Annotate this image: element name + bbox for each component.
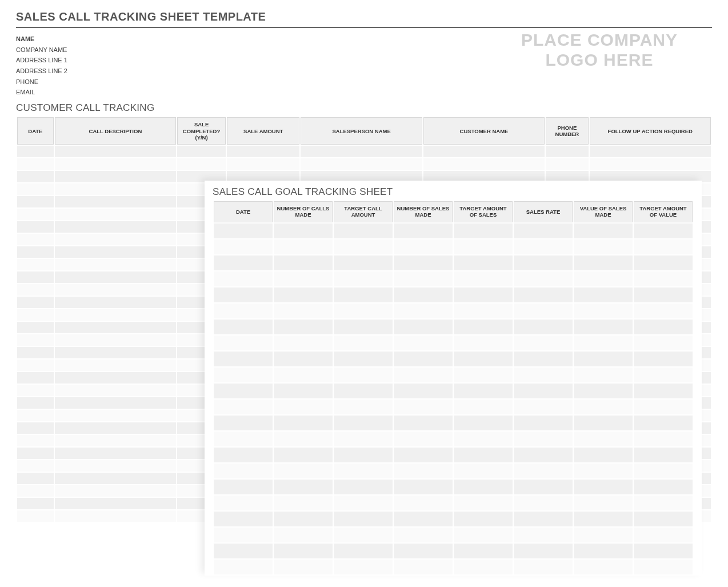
table-cell[interactable] xyxy=(334,352,393,366)
table-cell[interactable] xyxy=(301,146,422,157)
table-cell[interactable] xyxy=(17,297,54,308)
table-cell[interactable] xyxy=(55,372,176,384)
table-cell[interactable] xyxy=(454,464,513,478)
table-cell[interactable] xyxy=(634,271,693,286)
table-cell[interactable] xyxy=(214,544,273,558)
table-cell[interactable] xyxy=(55,485,176,497)
table-cell[interactable] xyxy=(634,544,693,558)
table-cell[interactable] xyxy=(274,512,333,526)
table-cell[interactable] xyxy=(574,512,633,526)
table-cell[interactable] xyxy=(634,336,693,350)
table-cell[interactable] xyxy=(17,158,54,170)
table-cell[interactable] xyxy=(514,544,573,558)
table-cell[interactable] xyxy=(17,422,54,434)
table-cell[interactable] xyxy=(574,480,633,494)
table-cell[interactable] xyxy=(55,473,176,484)
table-cell[interactable] xyxy=(274,352,333,366)
table-cell[interactable] xyxy=(274,223,333,238)
table-cell[interactable] xyxy=(394,480,453,494)
table-cell[interactable] xyxy=(17,209,54,220)
table-cell[interactable] xyxy=(55,347,176,358)
table-cell[interactable] xyxy=(17,246,54,258)
table-cell[interactable] xyxy=(634,480,693,494)
table-cell[interactable] xyxy=(574,432,633,446)
table-cell[interactable] xyxy=(454,416,513,430)
table-cell[interactable] xyxy=(514,384,573,398)
table-cell[interactable] xyxy=(334,239,393,254)
table-cell[interactable] xyxy=(55,397,176,409)
table-cell[interactable] xyxy=(274,464,333,478)
table-cell[interactable] xyxy=(214,496,273,510)
table-cell[interactable] xyxy=(334,400,393,414)
table-cell[interactable] xyxy=(634,400,693,414)
table-cell[interactable] xyxy=(55,435,176,446)
table-cell[interactable] xyxy=(546,146,588,157)
table-cell[interactable] xyxy=(17,334,54,346)
table-cell[interactable] xyxy=(214,432,273,446)
table-cell[interactable] xyxy=(17,460,54,472)
table-cell[interactable] xyxy=(55,334,176,346)
table-cell[interactable] xyxy=(55,209,176,220)
table-cell[interactable] xyxy=(454,480,513,494)
table-cell[interactable] xyxy=(334,287,393,302)
table-cell[interactable] xyxy=(574,239,633,254)
table-cell[interactable] xyxy=(514,464,573,478)
table-cell[interactable] xyxy=(634,287,693,302)
table-cell[interactable] xyxy=(454,384,513,398)
table-cell[interactable] xyxy=(274,496,333,510)
table-cell[interactable] xyxy=(394,528,453,542)
table-cell[interactable] xyxy=(334,496,393,510)
table-cell[interactable] xyxy=(214,336,273,350)
table-cell[interactable] xyxy=(55,259,176,270)
table-cell[interactable] xyxy=(214,223,273,238)
table-cell[interactable] xyxy=(394,239,453,254)
table-cell[interactable] xyxy=(334,432,393,446)
table-cell[interactable] xyxy=(55,410,176,421)
table-cell[interactable] xyxy=(334,448,393,462)
table-cell[interactable] xyxy=(17,397,54,409)
table-cell[interactable] xyxy=(214,464,273,478)
table-cell[interactable] xyxy=(17,171,54,182)
table-cell[interactable] xyxy=(55,271,176,283)
table-cell[interactable] xyxy=(274,448,333,462)
table-cell[interactable] xyxy=(55,460,176,472)
table-cell[interactable] xyxy=(55,322,176,333)
table-cell[interactable] xyxy=(214,352,273,366)
table-cell[interactable] xyxy=(514,352,573,366)
table-cell[interactable] xyxy=(546,158,588,170)
table-cell[interactable] xyxy=(394,512,453,526)
table-cell[interactable] xyxy=(334,416,393,430)
table-cell[interactable] xyxy=(334,368,393,382)
table-cell[interactable] xyxy=(214,416,273,430)
table-cell[interactable] xyxy=(55,297,176,308)
table-cell[interactable] xyxy=(17,347,54,358)
table-cell[interactable] xyxy=(394,400,453,414)
table-cell[interactable] xyxy=(454,304,513,318)
table-cell[interactable] xyxy=(274,304,333,318)
table-cell[interactable] xyxy=(55,309,176,321)
table-cell[interactable] xyxy=(274,336,333,350)
table-cell[interactable] xyxy=(55,448,176,459)
table-cell[interactable] xyxy=(55,158,176,170)
table-cell[interactable] xyxy=(590,146,711,157)
table-cell[interactable] xyxy=(454,336,513,350)
table-cell[interactable] xyxy=(177,158,226,170)
table-cell[interactable] xyxy=(394,448,453,462)
table-cell[interactable] xyxy=(17,259,54,270)
table-cell[interactable] xyxy=(454,352,513,366)
table-cell[interactable] xyxy=(334,304,393,318)
table-cell[interactable] xyxy=(214,480,273,494)
table-cell[interactable] xyxy=(394,384,453,398)
table-cell[interactable] xyxy=(274,255,333,270)
table-cell[interactable] xyxy=(574,336,633,350)
table-cell[interactable] xyxy=(514,512,573,526)
table-cell[interactable] xyxy=(514,560,573,574)
table-cell[interactable] xyxy=(17,410,54,421)
table-cell[interactable] xyxy=(214,368,273,382)
table-cell[interactable] xyxy=(454,271,513,286)
table-cell[interactable] xyxy=(454,255,513,270)
table-cell[interactable] xyxy=(574,416,633,430)
table-cell[interactable] xyxy=(574,287,633,302)
table-cell[interactable] xyxy=(55,498,176,509)
table-cell[interactable] xyxy=(17,146,54,157)
